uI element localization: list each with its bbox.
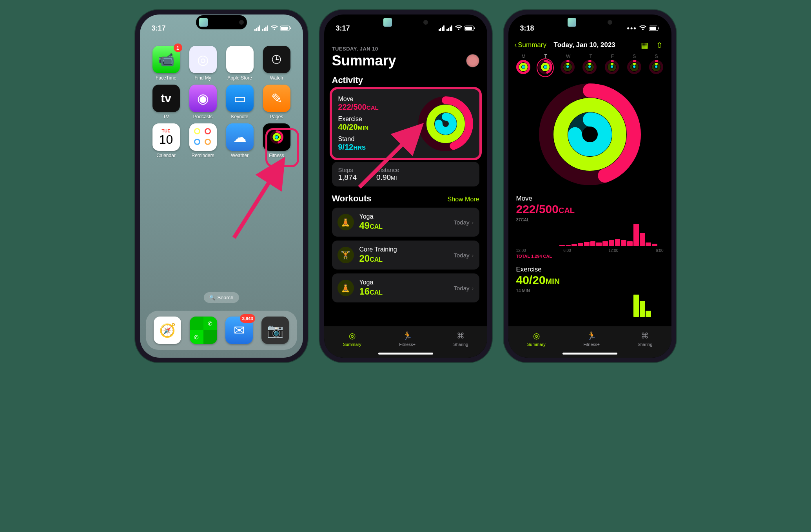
share-icon[interactable]: ⇧ [654, 40, 665, 50]
wifi-icon [271, 25, 278, 31]
rings-icon: ◎ [347, 331, 357, 341]
battery-icon [649, 25, 660, 31]
steps-value: 1,874 [338, 173, 357, 182]
svg-line-17 [234, 163, 281, 238]
app-weather[interactable]: ☁Weather [221, 123, 258, 158]
workout-row[interactable]: 🧘Yoga49CALToday [332, 208, 479, 237]
status-time: 3:17 [336, 24, 350, 33]
page-title: Summary [332, 52, 396, 69]
tab-sharing[interactable]: ⌘Sharing [453, 331, 468, 347]
exercise-label: Exercise [516, 266, 664, 273]
home-indicator[interactable] [378, 353, 433, 355]
move-value: 222/500 [516, 203, 559, 215]
weekday-ring[interactable] [649, 60, 663, 76]
weekday-label: T [589, 54, 592, 59]
dock: 🧭✆✆✉︎3,843📷 [146, 311, 297, 350]
tab-fitness-plus[interactable]: 🏃Fitness+ [583, 331, 600, 347]
weekday-ring[interactable] [605, 60, 619, 76]
svg-rect-5 [264, 28, 265, 31]
weekday-label: W [566, 54, 570, 59]
run-icon: 🏃 [402, 331, 412, 341]
calendar-icon[interactable]: ▦ [639, 40, 651, 50]
weekday-label: T [544, 54, 547, 59]
app-podcasts[interactable]: ◉Podcasts [185, 85, 221, 119]
app-fitness[interactable]: Fitness [258, 123, 295, 158]
exercise-peak: 14 MIN [516, 288, 664, 293]
dynamic-island [564, 15, 615, 29]
svg-rect-20 [442, 27, 443, 31]
status-time: 3:18 [520, 24, 534, 33]
profile-avatar[interactable] [466, 54, 479, 67]
svg-rect-38 [659, 27, 659, 29]
weekday-label: M [522, 54, 526, 59]
svg-rect-10 [290, 27, 291, 29]
wifi-icon [639, 25, 646, 31]
weekday-header: MTWTFSS [508, 52, 671, 60]
exercise-value: 40/20 [338, 123, 358, 131]
svg-rect-24 [450, 27, 451, 31]
rings-icon: ◎ [531, 331, 541, 341]
tab-fitness-plus[interactable]: 🏃Fitness+ [399, 331, 415, 347]
workout-icon: 🏋 [337, 247, 354, 263]
workout-row[interactable]: 🧘Yoga16CALToday [332, 273, 479, 302]
weekday-label: S [655, 54, 658, 59]
dual-signal-icon [439, 25, 453, 31]
svg-point-44 [523, 67, 524, 67]
app-pages[interactable]: ✎Pages [258, 85, 295, 119]
exercise-label: Exercise [338, 116, 379, 123]
dock-app-safari[interactable]: 🧭 [154, 317, 181, 344]
svg-rect-23 [448, 28, 449, 31]
app-facetime[interactable]: 📹1FaceTime [148, 46, 185, 81]
app-calendar[interactable]: TUE10Calendar [148, 123, 185, 158]
svg-rect-6 [265, 27, 267, 31]
svg-rect-19 [440, 28, 441, 31]
svg-rect-25 [451, 25, 452, 31]
app-apple-store[interactable]: 🛍Apple Store [221, 46, 258, 81]
app-keynote[interactable]: ▭Keynote [221, 85, 258, 119]
battery-icon [280, 25, 291, 31]
exercise-hourly-chart [516, 295, 664, 318]
dock-app-messages[interactable]: ✆✆ [190, 317, 217, 344]
svg-point-50 [545, 67, 546, 67]
search-pill[interactable]: 🔍 Search [203, 292, 239, 303]
weekday-ring[interactable] [561, 60, 575, 76]
move-label: Move [516, 195, 664, 203]
move-hourly-chart [516, 224, 664, 247]
more-icon: ••• [627, 24, 637, 33]
app-tv[interactable]: tvTV [148, 85, 185, 119]
tab-sharing[interactable]: ⌘Sharing [637, 331, 652, 347]
tab-summary[interactable]: ◎Summary [527, 331, 546, 347]
weekday-rings [508, 60, 671, 80]
home-indicator[interactable] [562, 353, 617, 355]
weekday-ring[interactable] [538, 60, 552, 76]
move-total: TOTAL 1,294 CAL [516, 254, 664, 259]
weekday-label: F [611, 54, 614, 59]
workout-row[interactable]: 🏋Core Training20CALToday [332, 241, 479, 270]
app-reminders[interactable]: Reminders [185, 123, 221, 158]
distance-label: Distance [376, 166, 399, 173]
weekday-label: S [633, 54, 636, 59]
svg-rect-28 [474, 27, 475, 29]
phone-activity-detail: 3:18 ••• ‹Summary Today, Jan 10, 2023 ▦ … [504, 10, 676, 362]
sharing-icon: ⌘ [455, 331, 466, 341]
weekday-ring[interactable] [582, 60, 597, 76]
dock-app-mail[interactable]: ✉︎3,843 [225, 317, 253, 344]
svg-point-80 [656, 67, 657, 67]
app-watch[interactable]: ⌚︎Watch [258, 46, 295, 81]
tab-summary[interactable]: ◎Summary [343, 331, 361, 347]
app-find-my[interactable]: ◎Find My [185, 46, 221, 81]
dock-app-camera[interactable]: 📷 [261, 317, 289, 344]
weekday-ring[interactable] [516, 60, 530, 76]
show-more-link[interactable]: Show More [448, 196, 479, 203]
svg-rect-0 [254, 29, 256, 31]
weekday-ring[interactable] [627, 60, 641, 76]
activity-card[interactable]: Move222/500CAL Exercise40/20MIN Stand9/1… [332, 89, 479, 158]
steps-distance-card[interactable]: Steps1,874 Distance0.90MI [332, 162, 479, 186]
steps-label: Steps [338, 166, 357, 173]
svg-rect-1 [256, 28, 257, 31]
stand-label: Stand [338, 136, 379, 143]
dual-signal-icon [254, 25, 269, 31]
svg-rect-22 [446, 29, 448, 31]
svg-rect-4 [262, 29, 263, 31]
move-value: 222/500 [338, 103, 366, 111]
